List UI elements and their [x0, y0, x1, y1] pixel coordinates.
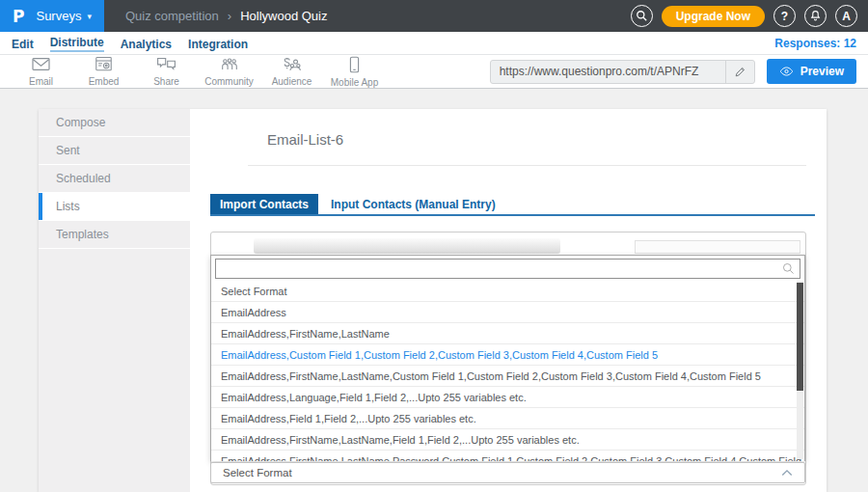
page-title: Email-List-6 — [267, 131, 343, 148]
channel-list: EmailEmbedShareCommunityAudienceMobile A… — [10, 56, 386, 88]
eye-icon — [779, 66, 794, 77]
tabs-underline — [210, 214, 815, 216]
embed-icon — [95, 56, 113, 76]
channel-share[interactable]: Share — [135, 56, 198, 88]
format-option[interactable]: EmailAddress,Language,Field 1,Field 2,..… — [211, 387, 804, 408]
nav-distribute[interactable]: Distribute — [50, 34, 104, 52]
search-icon — [782, 262, 795, 275]
survey-url-group: Preview — [490, 59, 858, 84]
audience-icon — [282, 56, 302, 76]
bell-icon — [809, 10, 822, 22]
nav-integration[interactable]: Integration — [188, 36, 248, 51]
avatar-initial: A — [842, 10, 851, 23]
channel-label: Community — [204, 77, 254, 87]
responses-count[interactable]: Responses: 12 — [774, 37, 856, 50]
channel-email[interactable]: Email — [10, 56, 72, 88]
channel-mobile-app[interactable]: Mobile App — [323, 56, 386, 88]
upgrade-now-button[interactable]: Upgrade Now — [662, 6, 765, 27]
breadcrumb-separator-icon: › — [228, 9, 231, 23]
nav-analytics[interactable]: Analytics — [121, 36, 172, 51]
search-icon — [636, 10, 648, 22]
tab-import-contacts[interactable]: Import Contacts — [210, 194, 318, 214]
channel-label: Mobile App — [331, 78, 378, 88]
format-option[interactable]: EmailAddress,Field 1,Field 2,...Upto 255… — [211, 408, 804, 429]
email-sidebar: ComposeSentScheduledListsTemplates — [39, 109, 190, 492]
question-mark-icon: ? — [781, 10, 788, 23]
channel-label: Embed — [89, 77, 120, 87]
format-option[interactable]: EmailAddress,Custom Field 1,Custom Field… — [211, 344, 804, 366]
community-icon — [220, 56, 239, 76]
format-select-value: Select Format — [223, 467, 292, 478]
survey-url-input[interactable] — [491, 65, 725, 78]
contacts-tabs: Import Contacts Input Contacts (Manual E… — [210, 194, 508, 214]
format-dropdown: Select FormatEmailAddressEmailAddress,Fi… — [210, 255, 805, 461]
breadcrumb: Quiz competition › Hollywood Quiz — [125, 9, 328, 23]
edit-url-button[interactable] — [725, 60, 754, 84]
survey-url-field — [490, 60, 755, 84]
primary-nav: EditDistributeAnalyticsIntegration Respo… — [0, 32, 868, 55]
sidebar-item-scheduled[interactable]: Scheduled — [39, 165, 190, 193]
mobile-app-icon — [348, 56, 361, 77]
sidebar-item-templates[interactable]: Templates — [39, 221, 190, 249]
format-option[interactable]: Select Format — [211, 281, 804, 302]
page-background: ComposeSentScheduledListsTemplates Email… — [0, 89, 868, 491]
chevron-up-icon — [781, 469, 793, 477]
format-option[interactable]: EmailAddress,FirstName,LastName,Custom F… — [211, 366, 804, 387]
nav-edit[interactable]: Edit — [12, 36, 34, 51]
channel-audience[interactable]: Audience — [260, 56, 323, 88]
dropdown-scrollbar[interactable] — [797, 281, 803, 459]
email-icon — [31, 56, 51, 76]
pencil-icon — [734, 66, 746, 78]
top-actions: Upgrade Now ? A — [631, 5, 868, 27]
preview-label: Preview — [800, 65, 844, 78]
format-option[interactable]: EmailAddress,FirstName,LastName — [211, 323, 804, 344]
chevron-down-icon: ▾ — [87, 12, 92, 21]
title-divider — [248, 165, 806, 166]
list-detail-panel: Email-List-6 Import Contacts Input Conta… — [190, 109, 827, 492]
share-icon — [156, 56, 176, 76]
preview-button[interactable]: Preview — [767, 59, 856, 84]
format-option-list: Select FormatEmailAddressEmailAddress,Fi… — [211, 281, 804, 461]
breadcrumb-survey-group[interactable]: Quiz competition — [125, 9, 219, 23]
notifications-button[interactable] — [804, 5, 827, 27]
format-search-input[interactable] — [216, 260, 782, 278]
obscured-control — [254, 238, 560, 254]
tab-input-contacts-manual[interactable]: Input Contacts (Manual Entry) — [318, 194, 508, 214]
channel-label: Email — [29, 77, 53, 87]
help-button[interactable]: ? — [773, 5, 796, 27]
format-select[interactable]: Select Format — [210, 462, 805, 483]
obscured-control — [635, 240, 800, 254]
channel-label: Audience — [272, 77, 312, 87]
format-option[interactable]: EmailAddress,FirstName,LastName,Field 1,… — [211, 429, 804, 451]
lists-card: ComposeSentScheduledListsTemplates Email… — [39, 109, 827, 492]
channel-community[interactable]: Community — [198, 56, 260, 88]
questionpro-logo-icon: P — [13, 7, 24, 26]
channel-embed[interactable]: Embed — [72, 56, 135, 88]
distribute-toolbar: EmailEmbedShareCommunityAudienceMobile A… — [0, 55, 868, 89]
sidebar-item-sent[interactable]: Sent — [39, 137, 190, 165]
channel-label: Share — [153, 77, 179, 87]
surveys-menu-button[interactable]: P Surveys ▾ — [0, 0, 104, 32]
primary-nav-items: EditDistributeAnalyticsIntegration — [12, 34, 264, 52]
scrollbar-thumb[interactable] — [797, 283, 803, 391]
format-option[interactable]: EmailAddress,FirstName,LastName,Password… — [211, 451, 804, 461]
search-icon-small-wrap — [782, 262, 800, 275]
surveys-menu-label: Surveys — [36, 9, 81, 23]
format-option[interactable]: EmailAddress — [211, 302, 804, 323]
format-search-box — [215, 259, 800, 279]
sidebar-item-lists[interactable]: Lists — [39, 193, 190, 221]
breadcrumb-survey-name: Hollywood Quiz — [240, 9, 327, 23]
search-button[interactable] — [631, 5, 653, 27]
top-bar: P Surveys ▾ Quiz competition › Hollywood… — [0, 0, 868, 32]
account-avatar[interactable]: A — [835, 5, 857, 27]
sidebar-item-compose[interactable]: Compose — [39, 109, 190, 137]
